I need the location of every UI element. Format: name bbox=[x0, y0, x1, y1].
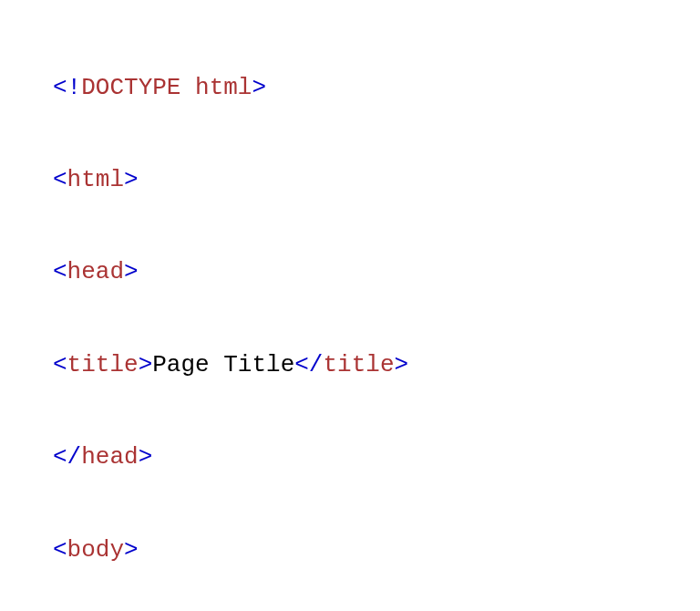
title-tag-close: title bbox=[323, 351, 394, 378]
bracket-open: < bbox=[53, 258, 67, 285]
bracket-open-close: </ bbox=[53, 443, 81, 471]
code-line-3: <head> bbox=[53, 249, 700, 295]
space bbox=[180, 74, 195, 101]
bracket-open-close: </ bbox=[294, 351, 323, 378]
head-tag-close: head bbox=[81, 443, 138, 471]
bracket-close: > bbox=[124, 536, 139, 564]
bracket-close: > bbox=[139, 443, 153, 471]
title-text: Page Title bbox=[152, 351, 294, 378]
code-line-1: <!DOCTYPE html> bbox=[53, 65, 700, 111]
bracket-open: < bbox=[53, 166, 67, 193]
code-line-5: </head> bbox=[53, 434, 700, 481]
bracket-close: > bbox=[124, 166, 139, 193]
html-keyword: html bbox=[195, 74, 252, 101]
bracket-close: > bbox=[139, 351, 153, 378]
code-snippet: <!DOCTYPE html> <html> <head> <title>Pag… bbox=[53, 18, 700, 611]
bracket-open: < bbox=[53, 536, 67, 564]
head-tag: head bbox=[67, 258, 124, 285]
bracket-close: > bbox=[252, 74, 266, 101]
bracket-close: > bbox=[124, 258, 139, 285]
code-line-2: <html> bbox=[53, 157, 700, 203]
code-line-4: <title>Page Title</title> bbox=[53, 342, 700, 388]
title-tag: title bbox=[67, 351, 139, 378]
code-line-6: <body> bbox=[53, 527, 700, 574]
bracket-open: <! bbox=[53, 74, 81, 101]
body-tag: body bbox=[67, 536, 124, 564]
bracket-open: < bbox=[53, 351, 67, 378]
bracket-close: > bbox=[395, 351, 409, 378]
doctype-keyword: DOCTYPE bbox=[81, 74, 180, 101]
html-tag: html bbox=[67, 166, 124, 193]
